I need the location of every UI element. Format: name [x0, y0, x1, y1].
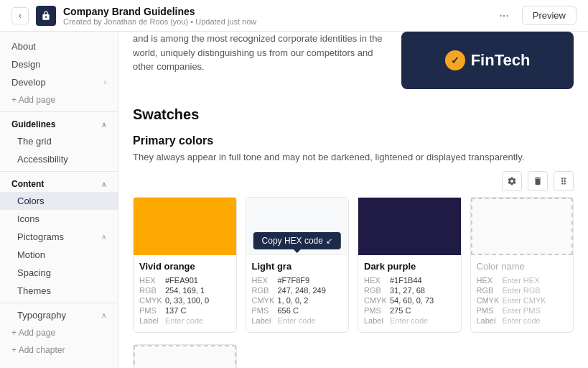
- sidebar-divider-2: [0, 171, 118, 172]
- sidebar-item-accessibility[interactable]: Accessibility: [0, 150, 118, 168]
- hex-value-2: #1F1B44: [390, 276, 422, 285]
- swatch-pms-row-0: PMS 137 C: [139, 306, 230, 315]
- doc-subtitle: Created by Jonathan de Roos (you) • Upda…: [63, 17, 256, 26]
- top-bar: ‹ Company Brand Guidelines Created by Jo…: [0, 0, 588, 32]
- cmyk-label-1: CMYK: [252, 296, 275, 305]
- top-bar-right: ··· Preview: [493, 6, 577, 25]
- rgb-label-2: RGB: [364, 286, 387, 295]
- primary-colors-title: Primary colors: [133, 134, 574, 147]
- pms-value-2: 275 C: [390, 306, 411, 315]
- pms-label-1: PMS: [252, 306, 275, 315]
- sidebar-divider-3: [0, 303, 118, 303]
- icons-label: Icons: [17, 213, 39, 224]
- pictograms-chevron-icon: ∧: [101, 233, 106, 241]
- swatch-cmyk-row-1: CMYK 1, 0, 0, 2: [252, 296, 343, 305]
- delete-button[interactable]: [528, 171, 548, 191]
- swatch-label-row-2: Label Enter code: [364, 316, 455, 325]
- swatch-name-3: Color name: [477, 261, 568, 272]
- sidebar-item-motion[interactable]: Motion: [0, 246, 118, 264]
- hex-value-3: Enter HEX: [503, 276, 540, 285]
- chevron-right-icon: ›: [104, 78, 106, 86]
- drag-button[interactable]: [554, 171, 574, 191]
- typography-chevron-icon: ∧: [101, 311, 106, 319]
- swatch-actions: [133, 171, 574, 191]
- fintech-banner: ✓ FinTech: [401, 32, 574, 89]
- sidebar-item-about[interactable]: About: [0, 37, 118, 55]
- content-chevron-icon: ∧: [101, 180, 106, 188]
- sidebar-item-themes[interactable]: Themes: [0, 282, 118, 300]
- swatch-pms-row-2: PMS 275 C: [364, 306, 455, 315]
- swatch-rgb-row-1: RGB 247, 248, 249: [252, 286, 343, 295]
- swatch-card-2: Dark purple HEX #1F1B44 RGB 31, 27, 68 C…: [358, 197, 462, 333]
- content-top: and is among the most recognized corpora…: [133, 32, 574, 101]
- swatch-pms-row-1: PMS 656 C: [252, 306, 343, 315]
- rgb-value-0: 254, 169, 1: [165, 286, 205, 295]
- sidebar-item-about-label: About: [11, 41, 36, 52]
- fintech-logo: ✓ FinTech: [445, 50, 531, 70]
- cmyk-label-2: CMYK: [364, 296, 387, 305]
- sidebar-item-design[interactable]: Design: [0, 55, 118, 73]
- hex-label-0: HEX: [139, 276, 162, 285]
- add-page-2-label: + Add page: [11, 328, 55, 338]
- swatch-cmyk-row-0: CMYK 0, 33, 100, 0: [139, 296, 230, 305]
- swatch-hex-row-1: HEX #F7F8F9: [252, 276, 343, 285]
- cmyk-value-1: 1, 0, 0, 2: [278, 296, 309, 305]
- sidebar-item-typography[interactable]: Typography ∧: [0, 306, 118, 324]
- sidebar-item-icons[interactable]: Icons: [0, 210, 118, 228]
- swatch-hex-row-0: HEX #FEA901: [139, 276, 230, 285]
- rgb-value-1: 247, 248, 249: [278, 286, 326, 295]
- fintech-name: FinTech: [471, 51, 531, 70]
- cmyk-value-3: Enter CMYK: [503, 296, 546, 305]
- sidebar-item-grid[interactable]: The grid: [0, 132, 118, 150]
- label-value-1: Enter code: [278, 316, 316, 325]
- sidebar-item-colors[interactable]: Colors: [0, 192, 118, 210]
- back-icon: ‹: [19, 11, 22, 21]
- swatch-card-0: Vivid orange HEX #FEA901 RGB 254, 169, 1…: [133, 197, 237, 333]
- main-area: About Design Develop › + Add page Guidel…: [0, 32, 588, 368]
- more-button[interactable]: ···: [493, 6, 514, 25]
- swatch-info-2: Dark purple HEX #1F1B44 RGB 31, 27, 68 C…: [358, 255, 461, 332]
- swatch-placeholder-3: [471, 198, 574, 255]
- sidebar-content-header[interactable]: Content ∧: [0, 175, 118, 192]
- preview-button[interactable]: Preview: [522, 6, 577, 25]
- label-value-2: Enter code: [390, 316, 428, 325]
- add-page-button-2[interactable]: + Add page: [0, 324, 118, 341]
- sidebar-item-design-label: Design: [11, 59, 40, 70]
- swatch-color-2: [358, 198, 461, 255]
- label-label-0: Label: [139, 316, 162, 325]
- hex-value-0: #FEA901: [165, 276, 198, 285]
- back-button[interactable]: ‹: [11, 7, 29, 24]
- hex-label-1: HEX: [252, 276, 275, 285]
- gear-button[interactable]: [502, 171, 522, 191]
- add-page-button-1[interactable]: + Add page: [0, 91, 118, 109]
- swatch-pms-row-3: PMS Enter PMS: [477, 306, 568, 315]
- content-area: and is among the most recognized corpora…: [118, 32, 588, 368]
- hex-label-3: HEX: [477, 276, 500, 285]
- swatch-name-0: Vivid orange: [139, 261, 230, 272]
- sidebar-item-spacing[interactable]: Spacing: [0, 264, 118, 282]
- sidebar-guidelines-header[interactable]: Guidelines ∧: [0, 115, 118, 132]
- pms-label-0: PMS: [139, 306, 162, 315]
- sidebar-divider: [0, 111, 118, 112]
- sidebar-item-develop[interactable]: Develop ›: [0, 73, 118, 91]
- swatch-cmyk-row-3: CMYK Enter CMYK: [477, 296, 568, 305]
- label-label-3: Label: [477, 316, 500, 325]
- cmyk-label-0: CMYK: [139, 296, 162, 305]
- pictograms-label: Pictograms: [17, 231, 64, 242]
- swatch-label-row-0: Label Enter code: [139, 316, 230, 325]
- pms-value-1: 656 C: [278, 306, 299, 315]
- primary-colors-desc: They always appear in full tone and may …: [133, 152, 574, 162]
- add-swatch-card[interactable]: +: [133, 344, 237, 368]
- swatch-card-3: Color name HEX Enter HEX RGB Enter RGB C…: [470, 197, 574, 333]
- swatch-color-0: [134, 198, 236, 255]
- hex-label-2: HEX: [364, 276, 387, 285]
- sidebar-item-pictograms[interactable]: Pictograms ∧: [0, 228, 118, 246]
- sidebar: About Design Develop › + Add page Guidel…: [0, 32, 118, 368]
- fintech-icon: ✓: [445, 50, 465, 70]
- pms-label-2: PMS: [364, 306, 387, 315]
- swatches-row2: +: [133, 344, 574, 368]
- pms-value-3: Enter PMS: [503, 306, 541, 315]
- swatch-name-1: Light gra: [252, 261, 343, 272]
- add-chapter-button[interactable]: + Add chapter: [0, 341, 118, 359]
- content-label: Content: [11, 179, 44, 189]
